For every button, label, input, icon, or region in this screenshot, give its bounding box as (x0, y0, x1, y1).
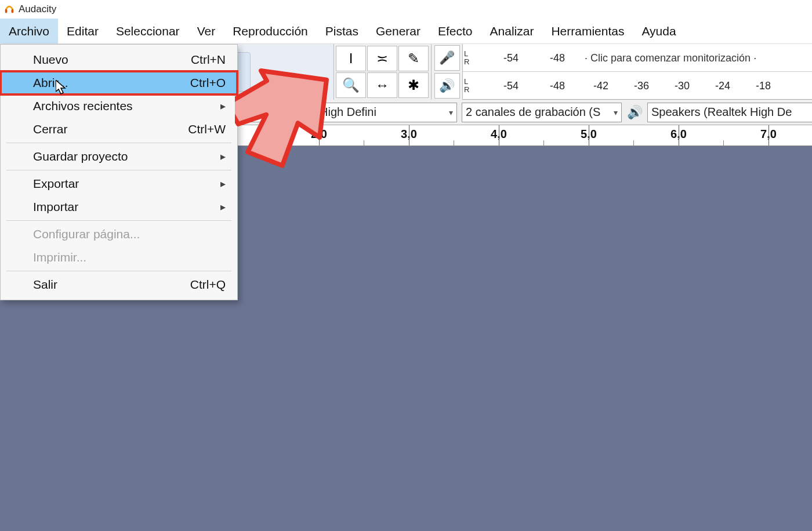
recording-meter[interactable]: LR -54 -48 · Clic para comenzar monitori… (463, 44, 812, 72)
db-label: -18 (756, 79, 771, 92)
chevron-down-icon: ▾ (444, 108, 453, 117)
draw-tool[interactable]: ✎ (398, 46, 429, 71)
recording-device-value: hone (Realtek High Defini (244, 106, 376, 119)
menu-herramientas[interactable]: Herramientas (542, 19, 633, 43)
meters: LR -54 -48 · Clic para comenzar monitori… (463, 44, 812, 99)
recording-channels-value: 2 canales de grabación (S (466, 106, 600, 119)
menu-item-label: Importar (33, 200, 78, 214)
db-label: -48 (550, 52, 565, 64)
menu-item-label: Salir (33, 278, 57, 292)
menu-item-salir[interactable]: Salir Ctrl+Q (1, 273, 237, 296)
chevron-right-icon: ▸ (220, 201, 226, 213)
db-label: -54 (503, 79, 519, 92)
app-icon (3, 3, 15, 15)
menu-separator (6, 143, 231, 143)
menu-item-nuevo[interactable]: Nuevo Ctrl+N (1, 48, 237, 71)
menu-item-cerrar[interactable]: Cerrar Ctrl+W (1, 118, 237, 141)
file-menu-dropdown: Nuevo Ctrl+N Abrir... Ctrl+O Archivos re… (0, 44, 238, 300)
menu-item-guardar-proyecto[interactable]: Guardar proyecto ▸ (1, 145, 237, 168)
meter-lr-play: LR (463, 78, 473, 94)
menu-item-configurar-pagina: Configurar página... (1, 223, 237, 246)
playback-meter[interactable]: LR -54 -48 -42 -36 -30 -24 -18 (463, 72, 812, 99)
menu-archivo[interactable]: Archivo (0, 19, 58, 43)
chevron-right-icon: ▸ (220, 177, 226, 190)
mic-icon: 🎤 (434, 45, 460, 71)
menu-item-shortcut: Ctrl+O (190, 76, 226, 90)
mic-speaker-icons: 🎤 🔊 (432, 44, 463, 100)
menu-pistas[interactable]: Pistas (317, 19, 367, 43)
zoom-tool[interactable]: 🔍 (336, 72, 366, 98)
meter-lr-rec: LR (463, 50, 473, 66)
db-label: -24 (715, 79, 730, 92)
menu-item-label: Abrir... (33, 76, 68, 90)
menu-separator (6, 271, 231, 271)
db-label: -42 (593, 79, 608, 92)
db-label: -48 (550, 79, 565, 92)
multi-tool[interactable]: ✱ (398, 72, 429, 98)
menu-item-label: Imprimir... (33, 250, 86, 264)
menu-analizar[interactable]: Analizar (481, 19, 543, 43)
menu-item-label: Nuevo (33, 53, 68, 67)
chevron-right-icon: ▸ (220, 100, 226, 112)
svg-rect-1 (12, 9, 14, 13)
app-title: Audacity (19, 3, 56, 15)
svg-rect-0 (5, 9, 8, 13)
menu-item-label: Guardar proyecto (33, 150, 128, 163)
recording-channels-dropdown[interactable]: 2 canales de grabación (S ▾ (462, 103, 622, 122)
menu-item-label: Exportar (33, 177, 79, 191)
db-label: -54 (503, 52, 519, 64)
db-label: -36 (634, 79, 649, 92)
tools-toolbar: I ≍ ✎ 🔍 ↔ ✱ (334, 44, 432, 100)
menu-efecto[interactable]: Efecto (429, 19, 481, 43)
menu-separator (6, 170, 231, 170)
menu-item-label: Cerrar (33, 122, 68, 136)
playback-device-value: Speakers (Realtek High De (651, 106, 792, 119)
menu-ver[interactable]: Ver (188, 19, 224, 43)
speaker-icon: 🔊 (434, 73, 460, 99)
menu-bar: Archivo Editar Seleccionar Ver Reproducc… (0, 19, 812, 44)
menu-item-imprimir: Imprimir... (1, 246, 237, 269)
chevron-right-icon: ▸ (220, 150, 226, 163)
menu-editar[interactable]: Editar (58, 19, 107, 43)
menu-reproduccion[interactable]: Reproducción (224, 19, 317, 43)
recording-device-dropdown[interactable]: hone (Realtek High Defini ▾ (240, 103, 457, 122)
title-bar: Audacity (0, 0, 812, 19)
playback-device-dropdown[interactable]: Speakers (Realtek High De (647, 103, 812, 122)
chevron-down-icon: ▾ (609, 108, 618, 117)
timeshift-tool[interactable]: ↔ (367, 72, 397, 98)
menu-item-abrir[interactable]: Abrir... Ctrl+O (1, 71, 237, 94)
menu-item-label: Configurar página... (33, 227, 140, 241)
menu-item-shortcut: Ctrl+N (191, 53, 226, 67)
menu-item-shortcut: Ctrl+W (188, 122, 226, 136)
menu-item-shortcut: Ctrl+Q (190, 278, 226, 292)
menu-item-archivos-recientes[interactable]: Archivos recientes ▸ (1, 94, 237, 118)
menu-item-exportar[interactable]: Exportar ▸ (1, 172, 237, 195)
menu-generar[interactable]: Generar (367, 19, 429, 43)
speaker-icon: 🔊 (624, 105, 645, 120)
envelope-tool[interactable]: ≍ (367, 46, 397, 71)
db-label: -30 (675, 79, 690, 92)
recording-meter-hint: · Clic para comenzar monitorización · (585, 52, 756, 64)
menu-seleccionar[interactable]: Seleccionar (107, 19, 188, 43)
selection-tool[interactable]: I (336, 46, 366, 71)
menu-item-label: Archivos recientes (33, 99, 133, 113)
menu-item-importar[interactable]: Importar ▸ (1, 195, 237, 219)
menu-ayuda[interactable]: Ayuda (633, 19, 684, 43)
menu-separator (6, 220, 231, 221)
